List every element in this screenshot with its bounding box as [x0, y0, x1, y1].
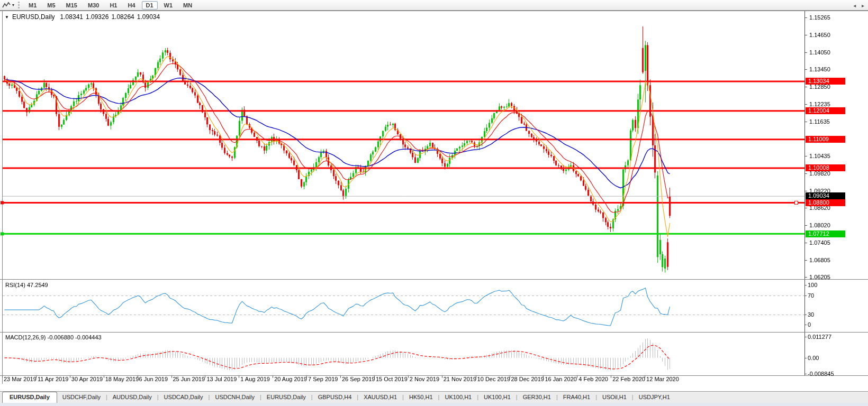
- current-price-label: 1.09034: [806, 192, 845, 199]
- date-axis-label: 13 Jul 2019: [206, 376, 237, 382]
- tab-ger30-h1[interactable]: GER30,H1: [518, 392, 556, 403]
- level-price-label: 1.11009: [806, 136, 845, 143]
- macd-indicator-label: MACD(12,26,9) -0.006880 -0.004443: [5, 334, 102, 340]
- price-axis-tick: 1.13450: [809, 66, 830, 72]
- tab-hk50-h1[interactable]: HK50,H1: [404, 392, 438, 403]
- price-axis-tick: 1.06205: [809, 274, 830, 280]
- chart-tabs: EURUSD,DailyUSDCHF,Daily|AUDUSD,Daily|US…: [0, 392, 675, 403]
- timeframe-button-mn[interactable]: MN: [179, 1, 196, 10]
- chart-title-open: 1.08341: [60, 13, 83, 21]
- date-axis-label: 1 Aug 2019: [240, 376, 270, 382]
- timeframe-toolbar: ▾ M1M5M15M30H1H4D1W1MN: [0, 0, 868, 11]
- polyline-chart-icon[interactable]: [2, 2, 11, 9]
- tab-scroll-arrows: ◂ ▸: [849, 3, 864, 8]
- macd-axis-label: -0.008845: [808, 371, 834, 377]
- date-axis-label: 10 Dec 2019: [477, 376, 510, 382]
- status-bar: [0, 403, 868, 406]
- tab-scroll-right-icon[interactable]: ▸: [862, 3, 864, 8]
- price-axis-tick: 1.12235: [809, 101, 830, 107]
- date-axis-label: 7 Sep 2019: [308, 376, 338, 382]
- chart-title-symbol: EURUSD,Daily: [12, 13, 55, 21]
- chart-title-low: 1.08264: [111, 13, 134, 21]
- tab-gbpusd-h4[interactable]: GBPUSD,H4: [313, 392, 357, 403]
- tab-usdjpy-h1[interactable]: USDJPY,H1: [634, 392, 675, 403]
- tab-usdcnh-daily[interactable]: USDCNH,Daily: [210, 392, 260, 403]
- chart-title-close: 1.09034: [137, 13, 160, 21]
- price-axis-tick: 1.10435: [809, 153, 830, 159]
- macd-signal-value: -0.004443: [75, 334, 102, 340]
- rsi-axis-label: 70: [808, 292, 814, 299]
- date-axis-label: 12 Mar 2020: [646, 376, 679, 382]
- tab-usoil-h1[interactable]: USOil,H1: [597, 392, 632, 403]
- date-axis-label: 16 Jan 2020: [545, 376, 577, 382]
- date-axis-label: 22 Feb 2020: [612, 376, 645, 382]
- toolbar-grip-handle[interactable]: [18, 2, 20, 8]
- macd-axis-label: 0.011277: [808, 334, 831, 340]
- level-price-label: 1.12004: [806, 107, 845, 114]
- date-axis-label: 23 Mar 2019: [4, 376, 37, 382]
- date-axis-label: 2 Nov 2019: [410, 376, 439, 382]
- rsi-axis-label: 30: [808, 311, 814, 318]
- timeframe-button-m15[interactable]: M15: [62, 1, 82, 10]
- date-axis-label: 11 Apr 2019: [38, 376, 69, 382]
- date-axis-label: 20 Aug 2019: [274, 376, 307, 382]
- tab-eurusd-daily[interactable]: EURUSD,Daily: [261, 392, 311, 403]
- level-price-label: 1.10008: [806, 164, 845, 171]
- tab-eurusd-daily[interactable]: EURUSD,Daily: [2, 392, 57, 403]
- level-price-label: 1.07712: [806, 230, 845, 237]
- timeframe-button-d1[interactable]: D1: [142, 1, 158, 10]
- rsi-axis-label: 100: [808, 282, 817, 288]
- date-axis-label: 26 Sep 2019: [342, 376, 375, 382]
- chart-tab-bar: EURUSD,DailyUSDCHF,Daily|AUDUSD,Daily|US…: [0, 391, 868, 403]
- macd-axis-label: 0.00: [808, 355, 819, 361]
- chart-menu-caret-icon[interactable]: ▼: [5, 15, 9, 20]
- macd-name: MACD(12,26,9): [5, 334, 46, 340]
- macd-pane[interactable]: [3, 333, 804, 375]
- date-axis-label: 4 Feb 2020: [578, 376, 608, 382]
- timeframe-button-m30[interactable]: M30: [84, 1, 103, 10]
- date-axis-label: 15 Oct 2019: [376, 376, 408, 382]
- timeframe-button-h1[interactable]: H1: [105, 1, 121, 10]
- chevron-down-icon[interactable]: ▾: [12, 3, 14, 7]
- date-axis-label: 28 Dec 2019: [511, 376, 544, 382]
- tab-usdcad-daily[interactable]: USDCAD,Daily: [159, 392, 209, 403]
- date-axis-label: 6 Jun 2019: [139, 376, 168, 382]
- macd-main-value: -0.006880: [47, 334, 74, 340]
- tab-scroll-left-icon[interactable]: ◂: [853, 3, 856, 8]
- timeframe-buttons: M1M5M15M30H1H4D1W1MN: [23, 1, 197, 10]
- timeframe-button-m1[interactable]: M1: [24, 1, 41, 10]
- date-axis-label: 21 Nov 2019: [444, 376, 476, 382]
- tab-audusd-daily[interactable]: AUDUSD,Daily: [107, 392, 157, 403]
- tab-xauusd-h1[interactable]: XAUUSD,H1: [358, 392, 402, 403]
- tab-usdchf-daily[interactable]: USDCHF,Daily: [57, 392, 106, 403]
- chart-title-high: 1.09326: [86, 13, 108, 21]
- tab-uk100-h1[interactable]: UK100,H1: [439, 392, 477, 403]
- timeframe-button-m5[interactable]: M5: [43, 1, 59, 10]
- level-price-label: 1.13034: [806, 78, 845, 85]
- timeframe-button-w1[interactable]: W1: [160, 1, 177, 10]
- price-axis-tick: 1.07405: [809, 239, 830, 246]
- price-axis-tick: 1.11635: [809, 118, 830, 125]
- price-axis-tick: 1.14650: [809, 32, 830, 38]
- price-axis-tick: 1.06805: [809, 257, 830, 263]
- date-axis-label: 25 Jun 2019: [173, 376, 205, 382]
- rsi-value: 47.2549: [27, 282, 48, 288]
- rsi-indicator-label: RSI(14) 47.2549: [5, 282, 48, 288]
- chart-title: ▼ EURUSD,Daily 1.08341 1.09326 1.08264 1…: [5, 13, 162, 21]
- price-axis-tick: 1.15265: [809, 14, 830, 21]
- main-chart-pane[interactable]: [3, 11, 804, 279]
- date-axis-label: 30 Apr 2019: [71, 376, 103, 382]
- rsi-name: RSI(14): [5, 282, 25, 288]
- price-axis-tick: 1.14050: [809, 49, 830, 56]
- tab-uk100-h1[interactable]: UK100,H1: [478, 392, 516, 403]
- date-axis-label: 18 May 2019: [105, 376, 139, 382]
- tab-fra40-h1[interactable]: FRA40,H1: [558, 392, 595, 403]
- price-axis-tick: 1.08020: [809, 222, 830, 228]
- timeframe-button-h4[interactable]: H4: [123, 1, 139, 10]
- rsi-pane[interactable]: [3, 280, 804, 331]
- level-price-label: 1.08800: [806, 199, 845, 206]
- rsi-axis-label: 0: [808, 321, 811, 328]
